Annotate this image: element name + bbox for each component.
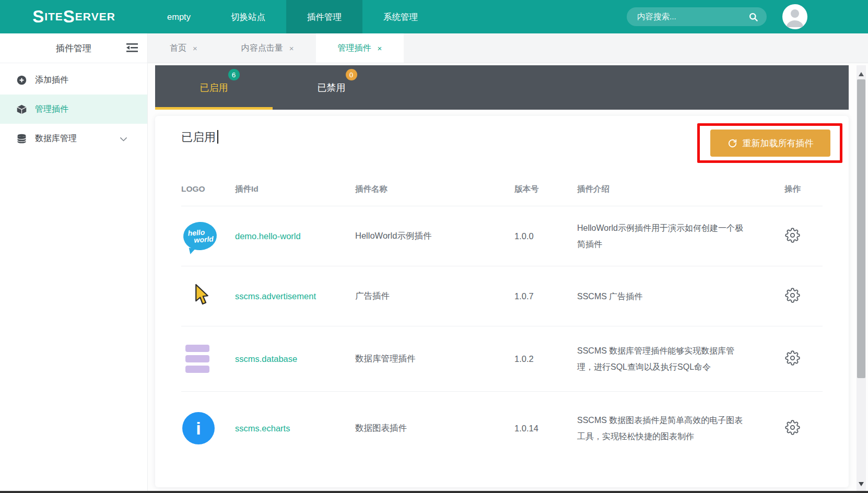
card-title: 已启用 (181, 130, 218, 145)
close-icon[interactable]: × (378, 44, 382, 53)
info-icon: i (182, 412, 215, 444)
content-search-box[interactable] (627, 7, 767, 26)
hello-world-logo: hello world (182, 221, 218, 251)
header-logo: LOGO (181, 184, 235, 194)
window-bottom-edge (0, 491, 868, 493)
plugin-id-link[interactable]: sscms.advertisement (235, 291, 316, 301)
tab-enabled-label: 已启用 (200, 81, 228, 94)
plugin-name: 数据图表插件 (355, 422, 514, 434)
plugin-version: 1.0.7 (514, 291, 577, 301)
plugin-description: SSCMS 数据图表插件是简单高效的电子图表工具，实现轻松快捷的图表制作 (577, 412, 763, 444)
tab-disabled-label: 已禁用 (318, 81, 346, 94)
left-sidebar: 插件管理 添加插件 管理插件 (0, 33, 148, 491)
header-description: 插件介绍 (577, 184, 763, 195)
plugin-name: HelloWorld示例插件 (355, 230, 514, 242)
plugin-id-link[interactable]: sscms.echarts (235, 424, 290, 433)
tab-home[interactable]: 首页 × (148, 33, 219, 63)
scrollbar-thumb[interactable] (857, 79, 865, 378)
header-version: 版本号 (514, 184, 577, 195)
nav-item-empty[interactable]: empty (148, 0, 210, 33)
scroll-up-arrow-icon[interactable] (859, 72, 864, 76)
sidebar-item-database-management[interactable]: 数据库管理 (0, 124, 147, 153)
header-actions: 操作 (763, 184, 823, 195)
vertical-scrollbar[interactable] (857, 65, 866, 491)
tab-disabled[interactable]: 已禁用 0 (273, 65, 390, 110)
active-tab-underline (155, 107, 273, 110)
plugin-name: 广告插件 (355, 290, 514, 302)
reload-all-plugins-button[interactable]: 重新加载所有插件 (710, 130, 830, 157)
table-row: i sscms.echarts 数据图表插件 1.0.14 SSCMS 数据图表… (181, 392, 823, 465)
page-tabbar: 首页 × 内容点击量 × 管理插件 × (148, 33, 868, 63)
plugin-id-link[interactable]: demo.hello-world (235, 231, 301, 241)
plugin-version: 1.0.0 (514, 231, 577, 241)
sidebar-item-label: 添加插件 (35, 75, 68, 86)
person-icon (782, 4, 807, 29)
tab-label: 内容点击量 (241, 43, 283, 54)
sidebar-item-manage-plugins[interactable]: 管理插件 (0, 95, 147, 124)
enabled-count-badge: 6 (228, 69, 240, 80)
sidebar-item-add-plugin[interactable]: 添加插件 (0, 65, 147, 95)
tab-enabled[interactable]: 已启用 6 (155, 65, 273, 110)
annotation-highlight-box: 重新加载所有插件 (697, 123, 842, 163)
close-icon[interactable]: × (193, 44, 197, 53)
siteserver-logo[interactable]: SITESERVER (0, 7, 148, 27)
plugin-version: 1.0.2 (514, 354, 577, 364)
plugin-id-link[interactable]: sscms.database (235, 354, 297, 363)
nav-item-plugin-management[interactable]: 插件管理 (286, 0, 362, 33)
text-caret (217, 130, 218, 144)
menu-fold-icon[interactable] (126, 43, 138, 55)
search-icon[interactable] (748, 12, 758, 22)
cube-icon (16, 103, 27, 115)
tab-label: 首页 (170, 43, 186, 54)
settings-gear-icon[interactable] (783, 348, 802, 369)
sidebar-item-label: 数据库管理 (35, 133, 77, 144)
plugin-description: SSCMS 数据库管理插件能够实现数据库管理，进行SQL查询以及执行SQL命令 (577, 343, 763, 375)
user-avatar[interactable] (782, 4, 807, 29)
main-content: 已启用 6 已禁用 0 已启用 重新加载所有插件 LOGO 插件Id 插件名称 … (148, 63, 868, 491)
sidebar-item-label: 管理插件 (35, 104, 68, 115)
cursor-icon (193, 284, 235, 309)
nav-item-switch-site[interactable]: 切换站点 (210, 0, 286, 33)
plugin-description: HelloWorld示例插件用于演示如何创建一个极简插件 (577, 220, 763, 252)
header-plugin-id: 插件Id (235, 184, 355, 195)
plus-circle-icon (16, 74, 27, 86)
database-icon (16, 133, 27, 144)
sidebar-menu: 添加插件 管理插件 数据库管理 (0, 63, 147, 153)
tab-content-clicks[interactable]: 内容点击量 × (219, 33, 316, 63)
plugin-name: 数据库管理插件 (355, 353, 514, 365)
tab-manage-plugins[interactable]: 管理插件 × (316, 33, 404, 63)
tab-label: 管理插件 (338, 43, 371, 54)
close-icon[interactable]: × (289, 44, 294, 53)
main-nav: empty 切换站点 插件管理 系统管理 (148, 0, 439, 33)
table-header-row: LOGO 插件Id 插件名称 版本号 插件介绍 操作 (181, 172, 823, 206)
plugin-description: SSCMS 广告插件 (577, 288, 763, 304)
top-navbar: SITESERVER empty 切换站点 插件管理 系统管理 (0, 0, 868, 33)
plugin-status-tabs: 已启用 6 已禁用 0 (155, 65, 849, 110)
sidebar-title: 插件管理 (56, 42, 91, 54)
disabled-count-badge: 0 (346, 69, 357, 80)
sidebar-header: 插件管理 (0, 33, 147, 63)
nav-item-system-management[interactable]: 系统管理 (362, 0, 439, 33)
purple-bars-icon (185, 345, 235, 373)
search-input[interactable] (637, 12, 748, 21)
plugins-table: LOGO 插件Id 插件名称 版本号 插件介绍 操作 hello world d… (181, 172, 823, 465)
scroll-down-arrow-icon[interactable] (859, 482, 864, 486)
refresh-icon (728, 138, 737, 148)
table-row: hello world demo.hello-world HelloWorld示… (181, 206, 823, 266)
table-row: sscms.advertisement 广告插件 1.0.7 SSCMS 广告插… (181, 266, 823, 326)
logo-text: S (32, 7, 44, 27)
chevron-down-icon (120, 135, 127, 145)
table-row: sscms.database 数据库管理插件 1.0.2 SSCMS 数据库管理… (181, 326, 823, 392)
settings-gear-icon[interactable] (783, 286, 802, 307)
enabled-plugins-card: 已启用 重新加载所有插件 LOGO 插件Id 插件名称 版本号 插件介绍 操作 (155, 116, 849, 487)
header-plugin-name: 插件名称 (355, 184, 514, 195)
plugin-version: 1.0.14 (514, 424, 577, 433)
settings-gear-icon[interactable] (783, 226, 802, 246)
settings-gear-icon[interactable] (783, 418, 802, 439)
